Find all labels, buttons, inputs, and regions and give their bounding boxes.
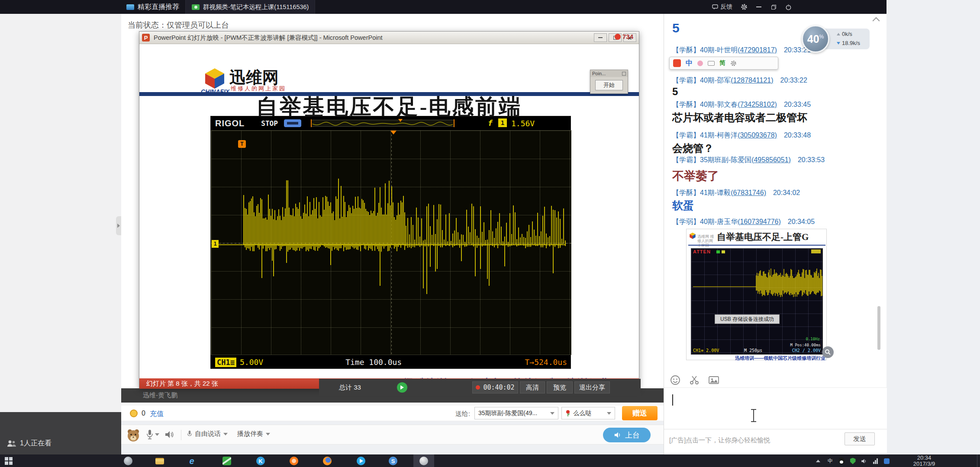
feedback-button[interactable]: 反馈 (712, 3, 732, 11)
record-dot-icon (476, 385, 480, 390)
gift-bar: 0 充值 送给: 35期班副-陈爱国(49... 么么哒 赠送 (121, 405, 664, 421)
chat-message-text: 不举萎了 (672, 168, 719, 184)
tab-live-recommend[interactable]: 精彩直播推荐 (120, 0, 186, 14)
author-uid-link[interactable]: (472901817) (738, 46, 777, 54)
upload-speed: 0k/s (842, 31, 852, 37)
pointer-start-button[interactable]: 开始 (595, 80, 623, 90)
ppt-titlebar[interactable]: P PowerPoint 幻灯片放映 - [PWM不正常波形讲解 [兼容模式]]… (139, 32, 639, 44)
send-image-button[interactable] (708, 375, 719, 385)
microphone-icon (187, 430, 192, 438)
taskbar-icon-explorer[interactable] (155, 456, 165, 466)
ime-chinese-mode[interactable]: 中 (686, 59, 693, 68)
taskbar-clock[interactable]: 20:34 2017/3/9 (907, 455, 941, 467)
taskbar-icon-sogou[interactable]: S (388, 456, 398, 466)
start-button[interactable] (3, 456, 14, 466)
thumb-mtime: M 250μs (744, 348, 762, 353)
recharge-link[interactable]: 充值 (150, 409, 164, 419)
taskbar-icon-kugou[interactable]: K (255, 456, 266, 466)
go-on-stage-button[interactable]: 上台 (603, 428, 651, 442)
ime-toolbar[interactable]: 中 简 (669, 57, 778, 70)
taskbar-icon-green-app[interactable] (222, 456, 232, 466)
emoji-button[interactable] (670, 375, 680, 385)
play-accompaniment-button[interactable]: 播放伴奏 (237, 430, 270, 438)
thumb-ch1: CH1≡ 2.00V (693, 348, 719, 353)
go-icon[interactable] (397, 382, 407, 393)
scope-top-trigger-icon (390, 131, 397, 134)
hd-button[interactable]: 高清 (520, 381, 545, 393)
tray-ime-indicator[interactable]: 中 (825, 456, 835, 466)
taskbar-icon-active-groupvideo[interactable] (413, 454, 434, 467)
tray-expand-icon[interactable] (813, 456, 823, 466)
tray-security-icon[interactable] (848, 456, 858, 466)
send-gift-button[interactable]: 赠送 (622, 406, 658, 420)
chat-input[interactable] (664, 388, 887, 429)
author-uid-link[interactable]: (305093678) (738, 131, 777, 139)
chat-message-text: 5 (672, 86, 678, 98)
tray-volume-icon[interactable] (859, 456, 869, 466)
scope-channel1-marker: 1 (212, 240, 219, 248)
taskbar-icon-firefox[interactable] (322, 456, 332, 466)
author-uid-link[interactable]: (734258102) (738, 101, 777, 108)
ime-simplified[interactable]: 简 (719, 59, 725, 67)
author-uid-link[interactable]: (495856051) (751, 156, 791, 163)
ime-gear-icon[interactable] (730, 60, 737, 67)
chevron-down-icon (550, 412, 554, 415)
free-talk-select[interactable]: 自由说话 (187, 430, 228, 438)
feedback-label: 反馈 (720, 3, 732, 11)
scope-header: RIGOL STOP f 1 1.56V (211, 116, 571, 130)
tray-blue-icon[interactable] (881, 456, 892, 466)
ime-keyboard-icon[interactable] (708, 61, 715, 66)
scope-trigger-level: 1.56V (511, 119, 535, 128)
tray-network-icon[interactable] (870, 456, 880, 466)
gift-select[interactable]: 么么哒 (561, 407, 615, 419)
power-exit-button[interactable] (781, 0, 796, 14)
ppt-minimize-button[interactable] (594, 33, 607, 42)
mic-select[interactable] (146, 429, 159, 440)
coin-icon (130, 409, 138, 417)
pointer-toolbox[interactable]: Poin... 开始 (590, 70, 628, 94)
author-uid-link[interactable]: (67831746) (731, 189, 766, 196)
restore-button[interactable] (766, 0, 781, 14)
close-icon[interactable] (622, 72, 626, 76)
message-time: 20:33:45 (784, 101, 811, 108)
send-button[interactable]: 发送 (845, 432, 875, 445)
speaker-button[interactable] (164, 430, 174, 441)
author-uid-link[interactable]: (1607394776) (738, 218, 781, 225)
viewers-icon (7, 440, 16, 448)
author-name: 【学酥】40期-郭文春 (672, 101, 738, 108)
badge-count: 734 (622, 33, 633, 40)
tab-group-label: 群视频类-笔记本远程上课(115116536) (203, 3, 309, 11)
tray-qq-icon[interactable] (836, 456, 847, 466)
scope-preview-strip (311, 120, 454, 127)
taskbar-icon-360[interactable] (123, 456, 133, 466)
preview-button[interactable]: 预览 (547, 381, 573, 393)
chat-scrollbar[interactable] (877, 306, 880, 350)
titlebar-controls: 反馈 (712, 0, 796, 14)
recipient-select[interactable]: 35期班副-陈爱国(49... (474, 407, 558, 419)
view-original-button[interactable] (822, 346, 834, 358)
chat-message-author: 【学霸】40期-邵军(1287841121)20:33:22 (672, 76, 807, 85)
chat-message-author: 【学酥】40期-郭文春(734258102)20:33:45 (672, 100, 811, 109)
chat-image-message[interactable]: 迅维网 维修人的网上家园 自举基电压不足-上管G ATTEN USB 存储设备连… (686, 229, 827, 360)
settings-button[interactable] (737, 0, 751, 14)
author-name: 【学酥】41期-谭毅 (672, 189, 731, 196)
minimize-button[interactable] (751, 0, 766, 14)
pet-emoji-icon[interactable] (126, 428, 140, 442)
exit-share-button[interactable]: 退出分享 (574, 381, 610, 393)
show-desktop-button[interactable] (977, 454, 980, 467)
quality-circle[interactable]: 40 % (802, 25, 829, 53)
collapse-panel-icon[interactable] (873, 17, 880, 25)
ad-link[interactable]: [广告]点击一下，让你身心轻松愉悦 (669, 436, 770, 445)
ime-logo-icon (673, 59, 681, 67)
taskbar-icon-ie[interactable]: e (187, 456, 197, 466)
panel-expander[interactable] (116, 216, 121, 235)
taskbar-icon-video-app[interactable] (356, 456, 366, 466)
screenshot-scissors-button[interactable] (689, 375, 700, 385)
ppt-title-text: PowerPoint 幻灯片放映 - [PWM不正常波形讲解 [兼容模式]] -… (154, 34, 383, 42)
scope-trigger-channel: 1 (498, 118, 507, 127)
minimize-icon (598, 37, 603, 38)
taskbar-icon-orange-app[interactable] (289, 456, 299, 466)
ime-moon-icon[interactable] (697, 61, 703, 66)
tab-group-video[interactable]: 群视频类-笔记本远程上课(115116536) (186, 0, 315, 14)
author-uid-link[interactable]: (1287841121) (731, 77, 773, 84)
